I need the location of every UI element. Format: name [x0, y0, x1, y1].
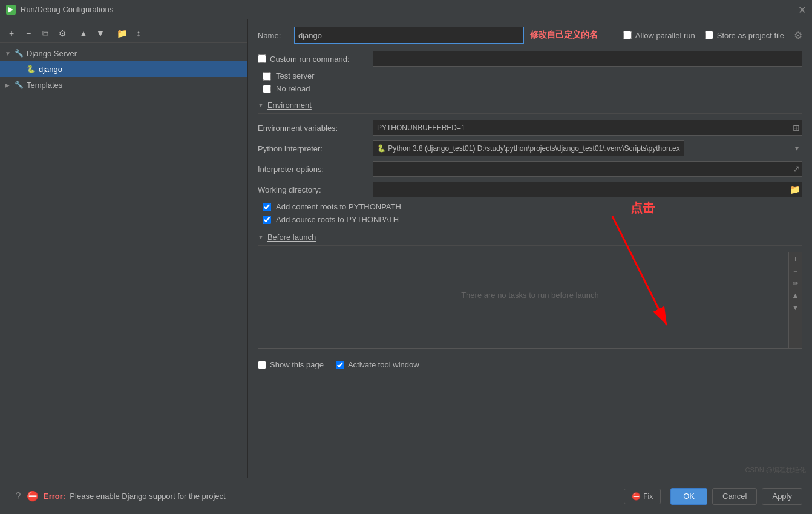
activate-tool-window-label: Activate tool window: [348, 360, 419, 369]
interpreter-options-label: Interpreter options:: [258, 165, 367, 174]
tree-item-templates[interactable]: ▶ 🔧 Templates: [0, 77, 247, 93]
environment-section-header[interactable]: ▼ Environment: [258, 97, 802, 114]
bottom-checkboxes: Show this page Activate tool window: [258, 355, 802, 374]
store-as-project-file-input[interactable]: [705, 31, 713, 39]
activate-tool-window-input[interactable]: [336, 361, 344, 369]
move-down-button[interactable]: ▼: [94, 27, 107, 40]
move-up-button[interactable]: ▲: [77, 27, 90, 40]
environment-label: Environment: [267, 100, 312, 110]
python-interpreter-row: Python interpreter: 🐍 Python 3.8 (django…: [258, 140, 802, 156]
error-message: Error: Please enable Django support for …: [44, 492, 226, 501]
test-server-label: Test server: [276, 71, 315, 81]
tree-item-django[interactable]: 🐍 django: [0, 61, 247, 77]
title-bar: ▶ Run/Debug Configurations ✕: [0, 0, 812, 19]
activate-tool-window-checkbox[interactable]: Activate tool window: [336, 360, 419, 369]
before-launch-sidebar: + − ✏ ▲ ▼: [788, 252, 802, 348]
config-settings-icon[interactable]: ⚙: [794, 30, 802, 41]
add-config-button[interactable]: +: [5, 27, 18, 40]
folder-button[interactable]: 📁: [115, 27, 128, 40]
show-this-page-input[interactable]: [258, 361, 266, 369]
interpreter-options-input[interactable]: [373, 161, 802, 177]
sidebar-toolbar: + − ⧉ ⚙ ▲ ▼ 📁 ↕: [0, 24, 247, 43]
name-label: Name:: [258, 31, 288, 40]
before-launch-label: Before launch: [267, 232, 316, 242]
custom-run-command-checkbox[interactable]: Custom run command:: [258, 54, 367, 64]
custom-run-command-field[interactable]: [373, 51, 802, 67]
help-button[interactable]: ?: [10, 488, 27, 505]
add-content-roots-label: Add content roots to PYTHONPATH: [276, 202, 401, 211]
show-this-page-checkbox[interactable]: Show this page: [258, 360, 324, 369]
before-launch-arrow: ▼: [258, 234, 264, 240]
custom-run-command-label: Custom run command:: [270, 54, 350, 64]
before-launch-edit-button[interactable]: ✏: [790, 278, 801, 289]
store-as-project-file-label: Store as project file: [717, 31, 784, 40]
name-annotation: 修改自己定义的名: [530, 30, 598, 41]
show-this-page-label: Show this page: [270, 360, 324, 369]
add-source-roots-label: Add source roots to PYTHONPATH: [276, 215, 399, 224]
add-content-roots-checkbox[interactable]: [263, 203, 271, 211]
interpreter-options-expand-button[interactable]: ⤢: [791, 163, 801, 175]
cancel-button[interactable]: Cancel: [712, 488, 757, 505]
before-launch-area: There are no tasks to run before launch …: [258, 252, 802, 349]
test-server-row: Test server: [258, 71, 802, 81]
custom-run-command-row: Custom run command:: [258, 51, 802, 67]
store-as-project-file-checkbox[interactable]: Store as project file: [705, 31, 784, 40]
add-source-roots-row: Add source roots to PYTHONPATH: [258, 215, 802, 224]
allow-parallel-run-input[interactable]: [623, 31, 632, 39]
name-input[interactable]: [294, 27, 524, 44]
working-directory-label: Working directory:: [258, 185, 367, 194]
dialog-buttons: OK Cancel Apply: [670, 488, 802, 505]
error-label: Error:: [44, 492, 65, 501]
toolbar-divider-1: [73, 28, 73, 38]
fix-label: Fix: [643, 492, 653, 501]
add-source-roots-checkbox[interactable]: [263, 216, 271, 224]
no-reload-checkbox[interactable]: [263, 85, 271, 93]
django-icon: 🐍: [25, 64, 36, 74]
interpreter-options-input-wrapper: ⤢: [373, 161, 802, 177]
settings-config-button[interactable]: ⚙: [56, 27, 69, 40]
name-row: Name: 修改自己定义的名 Allow parallel run Store …: [258, 27, 802, 44]
before-launch-add-button[interactable]: +: [790, 254, 801, 265]
tree-item-django-server[interactable]: ▼ 🔧 Django Server: [0, 45, 247, 61]
interpreter-options-row: Interpreter options: ⤢: [258, 161, 802, 177]
working-directory-input-wrapper: 📁: [373, 182, 802, 197]
before-launch-section-header[interactable]: ▼ Before launch: [258, 229, 802, 246]
ok-button[interactable]: OK: [670, 488, 707, 505]
fix-button[interactable]: ⛔ Fix: [624, 489, 661, 504]
env-vars-input[interactable]: [373, 120, 802, 136]
sidebar: + − ⧉ ⚙ ▲ ▼ 📁 ↕ ▼ 🔧 Django Server 🐍 djan…: [0, 19, 248, 478]
copy-config-button[interactable]: ⧉: [39, 27, 52, 40]
bottom-bar: ? ⛔ Error: Please enable Django support …: [0, 478, 812, 514]
apply-button[interactable]: Apply: [762, 488, 802, 505]
close-button[interactable]: ✕: [798, 4, 806, 15]
before-launch-up-button[interactable]: ▲: [790, 290, 801, 301]
env-vars-label: Environment variables:: [258, 124, 367, 133]
env-vars-input-wrapper: ⊞: [373, 120, 802, 136]
env-vars-edit-button[interactable]: ⊞: [791, 122, 801, 134]
templates-icon: 🔧: [13, 80, 24, 90]
templates-expand-arrow: ▶: [5, 82, 13, 88]
allow-parallel-run-checkbox[interactable]: Allow parallel run: [623, 31, 695, 40]
no-reload-row: No reload: [258, 84, 802, 93]
templates-label: Templates: [27, 81, 62, 90]
add-content-roots-row: Add content roots to PYTHONPATH: [258, 202, 802, 211]
remove-config-button[interactable]: −: [22, 27, 35, 40]
custom-run-command-input[interactable]: [258, 54, 266, 63]
python-interpreter-select-wrapper: 🐍 Python 3.8 (django_test01) D:\study\py…: [373, 140, 802, 156]
error-icon: ⛔: [27, 490, 39, 502]
working-directory-row: Working directory: 📁: [258, 182, 802, 197]
allow-parallel-run-label: Allow parallel run: [635, 31, 695, 40]
sort-button[interactable]: ↕: [132, 27, 145, 40]
working-directory-browse-button[interactable]: 📁: [788, 183, 801, 196]
working-directory-input[interactable]: [373, 182, 802, 197]
app-icon: ▶: [6, 5, 16, 15]
test-server-checkbox[interactable]: [263, 72, 271, 81]
error-section: ⛔ Error: Please enable Django support fo…: [27, 490, 624, 502]
tree-expand-arrow: ▼: [5, 50, 13, 57]
env-vars-row: Environment variables: ⊞: [258, 120, 802, 136]
fix-icon: ⛔: [632, 492, 641, 501]
before-launch-remove-button[interactable]: −: [790, 266, 801, 277]
django-server-label: Django Server: [27, 49, 77, 58]
before-launch-down-button[interactable]: ▼: [790, 302, 801, 313]
python-interpreter-select[interactable]: 🐍 Python 3.8 (django_test01) D:\study\py…: [373, 140, 684, 156]
